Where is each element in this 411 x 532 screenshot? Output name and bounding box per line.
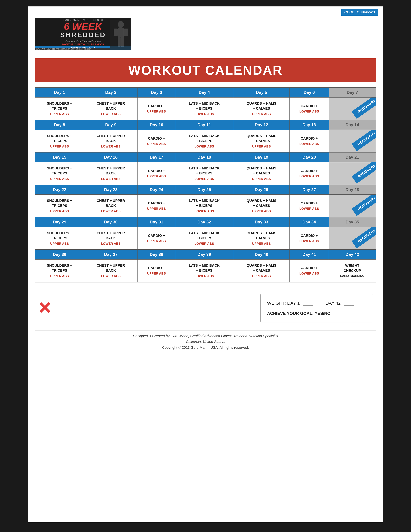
calendar-cell: CARDIO +UPPER ABS [138, 259, 175, 282]
calendar-cell: RECOVERY [329, 227, 376, 249]
recovery-ribbon: RECOVERY [352, 130, 376, 151]
weight-line-1: WEIGHT: DAY 1 ____ DAY 42 ____ [267, 299, 366, 308]
calendar-cell: LATS + MID BACK+ BICEPSLOWER ABS [175, 97, 233, 120]
calendar-cell: CHEST + UPPERBACKLOWER ABS [84, 195, 138, 217]
calendar-cell: CARDIO +LOWER ABS [290, 227, 329, 249]
abs-label: UPPER ABS [140, 174, 173, 179]
x-mark: ✕ [38, 300, 51, 316]
calendar-cell: QUARDS + HAMS+ CALVESUPPER ABS [233, 227, 290, 249]
calendar-cell: CARDIO +UPPER ABS [138, 162, 175, 185]
abs-label: UPPER ABS [37, 241, 82, 246]
calendar-cell: CARDIO +UPPER ABS [138, 130, 175, 152]
abs-label: LOWER ABS [291, 174, 327, 179]
calendar-cell: RECOVERY [329, 130, 376, 152]
svg-rect-5 [118, 37, 121, 47]
recovery-ribbon: RECOVERY [352, 227, 376, 248]
logo-area: GURU MANN // PRESENTS 6 WEEK SHREDDED Co… [35, 18, 131, 50]
title-section: WORKOUT CALENDAR [35, 58, 376, 82]
abs-label: UPPER ABS [235, 177, 288, 181]
abs-label: LOWER ABS [86, 209, 136, 213]
footer-designed-line1: Designed & Created by Guru Mann, Certifi… [41, 334, 370, 338]
calendar-cell: SHOULDERS +TRICEPSUPPER ABS [35, 227, 84, 249]
calendar-cell: CARDIO +UPPER ABS [138, 195, 175, 217]
weight-day42-label: DAY 42 [326, 299, 341, 308]
calendar-cell: CARDIO +LOWER ABS [290, 162, 329, 185]
abs-label: UPPER ABS [140, 109, 173, 114]
recovery-ribbon: RECOVERY [352, 97, 376, 119]
weight-label: WEIGHT: DAY 1 [267, 299, 300, 308]
calendar-cell: LATS + MID BACK+ BICEPSLOWER ABS [175, 195, 233, 217]
logo-trainer-label: GURU MANN | ADVANCED FITNESS TRAINER & N… [35, 48, 110, 50]
weight-day42-field[interactable]: ____ [344, 299, 363, 308]
footer-copyright: Copyright © 2013 Guru Mann, USA. All rig… [41, 345, 370, 350]
bottom-section: ✕ WEIGHT: DAY 1 ____ DAY 42 ____ ACHIEVE… [28, 287, 383, 329]
abs-label: UPPER ABS [37, 112, 82, 116]
calendar-cell: SHOULDERS +TRICEPSUPPER ABS [35, 162, 84, 185]
calendar-cell: LATS + MID BACK+ BICEPSLOWER ABS [175, 130, 233, 152]
calendar-cell: QUARDS + HAMS+ CALVESUPPER ABS [233, 130, 290, 152]
achieve-line: ACHIEVE YOUR GOAL: YES/NO [267, 309, 366, 318]
abs-label: UPPER ABS [140, 142, 173, 146]
abs-label: LOWER ABS [291, 271, 327, 276]
calendar-cell: CARDIO +LOWER ABS [290, 97, 329, 120]
recovery-ribbon: RECOVERY [352, 195, 376, 216]
calendar-cell: CARDIO +UPPER ABS [138, 97, 175, 120]
svg-rect-6 [121, 37, 124, 47]
abs-label: LOWER ABS [291, 109, 327, 114]
abs-label: UPPER ABS [37, 274, 82, 278]
abs-label: LOWER ABS [86, 112, 136, 116]
abs-label: LOWER ABS [86, 274, 136, 278]
abs-label: UPPER ABS [37, 177, 82, 181]
logo-tags: WORKOUT / NUTRITION / SUPPLEMENTS [62, 43, 104, 46]
abs-label: LOWER ABS [86, 177, 136, 181]
calendar-cell: LATS + MID BACK+ BICEPSLOWER ABS [175, 227, 233, 249]
early-morning-label: EARLY MORNING [331, 274, 374, 278]
logo-subtitle: Complete Gym Training Program [65, 40, 101, 42]
abs-label: UPPER ABS [37, 144, 82, 149]
calendar-cell: QUARDS + HAMS+ CALVESUPPER ABS [233, 259, 290, 282]
abs-label: UPPER ABS [235, 144, 288, 149]
abs-label: LOWER ABS [177, 241, 232, 246]
calendar-container: Day 1Day 2Day 3Day 4Day 5Day 6Day 7SHOUL… [35, 87, 376, 283]
calendar-cell: CHEST + UPPERBACKLOWER ABS [84, 259, 138, 282]
abs-label: LOWER ABS [86, 144, 136, 149]
svg-rect-2 [118, 28, 124, 38]
abs-label: UPPER ABS [37, 209, 82, 213]
abs-label: UPPER ABS [235, 274, 288, 278]
calendar-cell: CARDIO +LOWER ABS [290, 195, 329, 217]
calendar-cell: CHEST + UPPERBACKLOWER ABS [84, 227, 138, 249]
svg-point-1 [118, 21, 124, 28]
calendar-cell: CHEST + UPPERBACKLOWER ABS [84, 162, 138, 185]
calendar-cell: RECOVERY [329, 195, 376, 217]
calendar-cell: LATS + MID BACK+ BICEPSLOWER ABS [175, 259, 233, 282]
calendar-cell: RECOVERY [329, 97, 376, 120]
calendar-cell: QUARDS + HAMS+ CALVESUPPER ABS [233, 195, 290, 217]
svg-rect-3 [114, 28, 118, 36]
workout-calendar-title: WORKOUT CALENDAR [128, 63, 282, 77]
abs-label: LOWER ABS [177, 177, 232, 181]
calendar-cell: LATS + MID BACK+ BICEPSLOWER ABS [175, 162, 233, 185]
calendar-cell: QUARDS + HAMS+ CALVESUPPER ABS [233, 97, 290, 120]
calendar-cell: SHOULDERS +TRICEPSUPPER ABS [35, 97, 84, 120]
abs-label: UPPER ABS [140, 271, 173, 276]
calendar-cell: CARDIO +UPPER ABS [138, 227, 175, 249]
calendar-table: Day 1Day 2Day 3Day 4Day 5Day 6Day 7SHOUL… [35, 87, 376, 282]
header-section: GURU MANN // PRESENTS 6 WEEK SHREDDED Co… [28, 17, 383, 54]
footer-designed-line2: California, United States. [41, 340, 370, 344]
abs-label: LOWER ABS [291, 239, 327, 243]
abs-label: UPPER ABS [235, 209, 288, 213]
calendar-cell: RECOVERY [329, 162, 376, 185]
calendar-cell: CARDIO +LOWER ABS [290, 259, 329, 282]
recovery-ribbon: RECOVERY [352, 162, 376, 183]
calendar-cell: SHOULDERS +TRICEPSUPPER ABS [35, 130, 84, 152]
abs-label: UPPER ABS [235, 241, 288, 246]
calendar-cell: QUARDS + HAMS+ CALVESUPPER ABS [233, 162, 290, 185]
weight-day1-field[interactable]: ____ [303, 299, 322, 308]
abs-label: LOWER ABS [86, 241, 136, 246]
footer-section: Designed & Created by Guru Mann, Certifi… [35, 331, 376, 356]
abs-label: UPPER ABS [140, 239, 173, 243]
page: CODE: Guru/6-WS GURU MANN // PRESENTS 6 … [28, 6, 383, 522]
abs-label: LOWER ABS [177, 112, 232, 116]
calendar-cell: WEIGHTCHECKUPEARLY MORNING [329, 259, 376, 282]
calendar-cell: CHEST + UPPERBACKLOWER ABS [84, 130, 138, 152]
